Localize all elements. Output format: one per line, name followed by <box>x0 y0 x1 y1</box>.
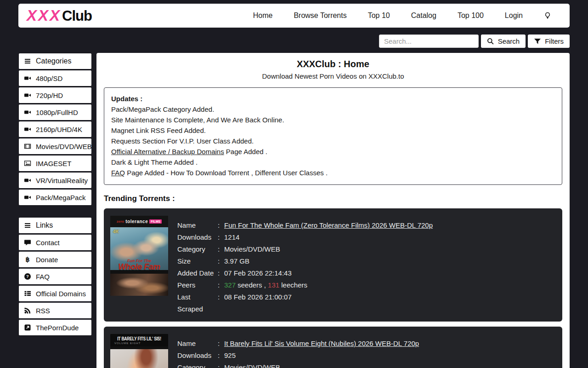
field-label: Added Date <box>177 267 218 279</box>
theme-toggle-button[interactable] <box>544 12 551 19</box>
video-camera-icon <box>24 92 31 99</box>
video-camera-icon <box>24 126 31 133</box>
filter-icon <box>534 38 541 45</box>
updates-text: Pack/MegaPack Category Added. <box>111 105 214 113</box>
torrent-card: IT BARELY FITS LIL' SIS!VOLUME EIGHTName… <box>104 327 562 368</box>
poster-quality-badge: 4K <box>113 229 119 234</box>
torrent-field-row: Peers:327 seeders , 131 leechers <box>177 279 433 291</box>
field-value: 08 Feb 2026 21:00:07 <box>224 291 292 315</box>
sidebar-category-1080p-fullhd[interactable]: 1080p/FullHD <box>18 104 92 121</box>
lightbulb-icon <box>544 12 551 19</box>
sidebar-link-donate[interactable]: ฿Donate <box>18 251 92 268</box>
torrent-list: zerotoleranceFILMS4KFun For TheWhole Fam… <box>96 208 570 368</box>
poster-artwork <box>110 274 168 296</box>
rss-icon <box>24 307 31 314</box>
updates-line: Requests Section For V.I.P. User Class A… <box>111 136 555 146</box>
torrent-field-row: Name:It Barely Fits Lil' Sis Volume Eigh… <box>177 338 419 350</box>
field-value: 925 <box>224 350 236 362</box>
sidebar-category-vr-virtualreality[interactable]: VR/VirtualReality <box>18 172 92 189</box>
nav-item-browse-torrents[interactable]: Browse Torrents <box>294 12 346 20</box>
field-label: Downloads <box>177 350 218 362</box>
filters-button[interactable]: Filters <box>528 34 570 48</box>
sidebar-item-label: Pack/MegaPack <box>36 194 85 201</box>
field-separator: : <box>218 291 224 315</box>
search-button[interactable]: Search <box>481 34 526 48</box>
field-text: Movies/DVD/WEB <box>224 363 280 368</box>
video-camera-icon <box>24 75 31 82</box>
torrent-fields: Name:It Barely Fits Lil' Sis Volume Eigh… <box>177 334 419 368</box>
nav-item-top-10[interactable]: Top 10 <box>368 12 390 20</box>
nav-items: HomeBrowse TorrentsTop 10CatalogTop 100L… <box>253 12 523 20</box>
sidebar-item-label: IMAGESET <box>36 160 72 167</box>
field-label: Name <box>177 219 218 231</box>
sidebar-link-theporndude[interactable]: ThePornDude <box>18 319 92 336</box>
poster-studio-banner: zerotoleranceFILMS <box>110 216 168 227</box>
video-camera-icon <box>24 177 31 184</box>
search-input[interactable] <box>379 34 479 48</box>
updates-link[interactable]: FAQ <box>111 169 125 177</box>
torrent-field-row: Downloads:1214 <box>177 231 433 243</box>
updates-line: FAQ Page Added - How To Download Torrent… <box>111 167 555 178</box>
torrent-name-link[interactable]: It Barely Fits Lil' Sis Volume Eight (Nu… <box>224 339 419 347</box>
updates-text: Magnet Link RSS Feed Added. <box>111 126 206 134</box>
links-items: Contact฿Donate?FAQOfficial DomainsRSSThe… <box>18 234 92 336</box>
video-camera-icon <box>24 194 31 201</box>
site-logo[interactable]: XXX Club <box>27 7 92 24</box>
torrent-name-link[interactable]: Fun For The Whole Fam (Zero Tolerance Fi… <box>224 221 433 229</box>
sidebar-item-label: 2160p/UHD/4K <box>36 126 82 133</box>
sidebar-category-movies-dvd-web[interactable]: Movies/DVD/WEB <box>18 138 92 155</box>
sidebar-link-rss[interactable]: RSS <box>18 302 92 319</box>
field-value: 3.97 GB <box>224 255 249 267</box>
sidebar-item-label: VR/VirtualReality <box>36 177 88 184</box>
updates-text: Dark & Light Theme Added . <box>111 158 198 166</box>
field-value: 327 seeders , 131 leechers <box>224 279 307 291</box>
sidebar-category-480p-sd[interactable]: 480p/SD <box>18 70 92 86</box>
nav-item-top-100[interactable]: Top 100 <box>458 12 484 20</box>
filters-button-label: Filters <box>545 37 564 45</box>
image-icon <box>24 160 31 167</box>
categories-title: Categories <box>36 57 71 65</box>
search-icon <box>487 38 494 45</box>
updates-text: Page Added . <box>224 148 267 155</box>
nav-item-login[interactable]: Login <box>505 12 523 20</box>
sidebar-item-label: ThePornDude <box>36 324 79 332</box>
sidebar-category-720p-hd[interactable]: 720p/HD <box>18 87 92 104</box>
field-value: 1214 <box>224 231 239 243</box>
field-text: 3.97 GB <box>224 257 249 265</box>
torrent-poster-image[interactable]: zerotoleranceFILMS4KFun For TheWhole Fam <box>110 216 168 296</box>
sidebar-link-faq[interactable]: ?FAQ <box>18 268 92 285</box>
sidebar-link-official-domains[interactable]: Official Domains <box>18 285 92 302</box>
list-icon <box>24 290 31 297</box>
sidebar-category-imageset[interactable]: IMAGESET <box>18 155 92 172</box>
torrent-poster-image[interactable]: IT BARELY FITS LIL' SIS!VOLUME EIGHT <box>110 334 168 368</box>
sidebar-category-pack-megapack[interactable]: Pack/MegaPack <box>18 189 92 206</box>
field-label: Category <box>177 243 218 255</box>
search-button-label: Search <box>498 37 520 45</box>
field-value: It Barely Fits Lil' Sis Volume Eight (Nu… <box>224 338 419 350</box>
updates-line: Site Maintenance Is Complete, And We Are… <box>111 115 555 125</box>
trending-heading: Trending Torrents : <box>104 194 562 203</box>
updates-box: Updates : Pack/MegaPack Category Added.S… <box>104 87 562 185</box>
search-bar: Search Filters <box>379 34 570 48</box>
sidebar-item-label: RSS <box>36 307 50 315</box>
sidebar-item-label: Official Domains <box>36 290 86 298</box>
field-separator: : <box>218 243 224 255</box>
chat-icon <box>24 239 31 246</box>
updates-lines: Pack/MegaPack Category Added.Site Mainte… <box>111 104 555 178</box>
sidebar-link-contact[interactable]: Contact <box>18 234 92 251</box>
categories-header: Categories <box>18 53 92 69</box>
field-separator: : <box>218 219 224 231</box>
nav-item-catalog[interactable]: Catalog <box>411 12 436 20</box>
field-separator: : <box>218 279 224 291</box>
categories-group: Categories 480p/SD720p/HD1080p/FullHD216… <box>18 53 92 206</box>
field-separator: : <box>218 350 224 362</box>
sidebar-category-2160p-uhd-4k[interactable]: 2160p/UHD/4K <box>18 121 92 138</box>
sidebar-item-label: Movies/DVD/WEB <box>36 143 92 150</box>
field-separator: : <box>218 338 224 350</box>
updates-link[interactable]: Official Alternative / Backup Domains <box>111 148 224 155</box>
torrent-field-row: Added Date:07 Feb 2026 22:14:43 <box>177 267 433 279</box>
updates-line: Pack/MegaPack Category Added. <box>111 104 555 115</box>
sidebar-item-label: Contact <box>36 239 60 247</box>
nav-item-home[interactable]: Home <box>253 12 273 20</box>
bitcoin-icon: ฿ <box>24 256 31 263</box>
